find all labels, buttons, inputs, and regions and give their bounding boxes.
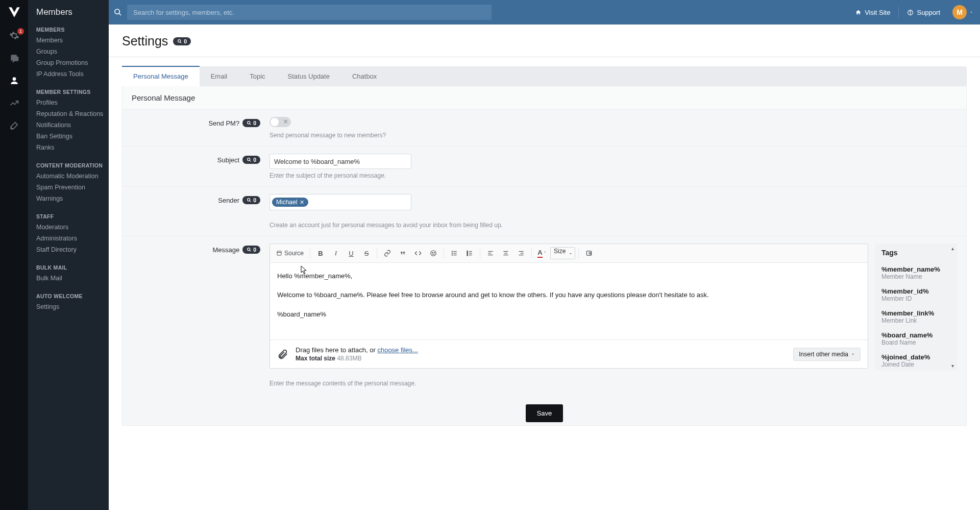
editor-ul-button[interactable] <box>447 247 461 260</box>
tag-label: Member Link <box>881 317 951 324</box>
tag-label: Member ID <box>881 295 951 302</box>
page-title: Settings <box>122 34 168 48</box>
sidebar-item[interactable]: Group Promotions <box>36 57 109 68</box>
subject-input[interactable] <box>270 154 411 169</box>
editor-strike-button[interactable]: S <box>359 247 374 260</box>
tag-code: %board_name% <box>881 331 951 339</box>
panel-section-title: Personal Message <box>122 86 966 110</box>
sidebar-item[interactable]: Automatic Moderation <box>36 171 109 182</box>
choose-files-link[interactable]: choose files... <box>377 346 418 354</box>
tag-entry[interactable]: %member_name%Member Name <box>875 262 957 284</box>
sidebar-section-heading: CONTENT MODERATION <box>36 162 109 168</box>
scroll-up-icon[interactable]: ▴ <box>949 245 956 252</box>
tab[interactable]: Email <box>200 66 239 86</box>
visit-site-link[interactable]: Visit Site <box>848 5 897 20</box>
sidebar-item[interactable]: Groups <box>36 46 109 57</box>
field-badge[interactable]: 0 <box>242 156 260 164</box>
sidebar-item[interactable]: Ban Settings <box>36 131 109 142</box>
tab[interactable]: Topic <box>238 66 276 86</box>
editor-align-center-button[interactable] <box>499 247 513 260</box>
user-menu-caret[interactable] <box>969 10 974 15</box>
sidebar-item[interactable]: Reputation & Reactions <box>36 108 109 119</box>
sender-input[interactable]: Michael ✕ <box>270 194 411 210</box>
sidebar-item[interactable]: Administrators <box>36 233 109 244</box>
svg-line-5 <box>180 41 182 43</box>
tab[interactable]: Chatbox <box>341 66 388 86</box>
message-label: Message <box>212 246 239 254</box>
editor-link-button[interactable] <box>380 247 395 260</box>
user-avatar[interactable]: M <box>952 5 967 19</box>
nav-settings-icon[interactable]: 1 <box>0 25 28 47</box>
sidebar-item[interactable]: IP Address Tools <box>36 68 109 80</box>
svg-rect-14 <box>277 251 281 255</box>
sidebar-item[interactable]: Ranks <box>36 142 109 153</box>
send-pm-toggle[interactable]: ✕ <box>270 117 291 127</box>
sidebar-item[interactable]: Warnings <box>36 193 109 204</box>
sidebar-item[interactable]: Bulk Mail <box>36 273 109 284</box>
editor-size-select[interactable]: Size <box>550 247 575 259</box>
editor-body[interactable]: Hello %member_name%,Welcome to %board_na… <box>270 263 868 339</box>
svg-line-1 <box>119 13 121 15</box>
editor-italic-button[interactable]: I <box>329 247 343 260</box>
sidebar: Members MEMBERSMembersGroupsGroup Promot… <box>28 0 109 510</box>
sidebar-item[interactable]: Notifications <box>36 119 109 131</box>
save-button[interactable]: Save <box>526 404 564 422</box>
field-badge[interactable]: 0 <box>242 196 260 204</box>
sidebar-item[interactable]: Settings <box>36 301 109 312</box>
sidebar-item[interactable]: Members <box>36 35 109 46</box>
svg-line-11 <box>250 201 251 202</box>
settings-panel: Personal Message Send PM? 0 <box>122 86 967 426</box>
editor-ol-button[interactable]: 123 <box>462 247 477 260</box>
svg-line-41 <box>591 254 591 254</box>
chip-remove-icon[interactable]: ✕ <box>300 199 304 206</box>
support-label: Support <box>917 9 940 16</box>
form-row-sender: Sender 0 Michael ✕ <box>122 187 966 236</box>
svg-point-3 <box>910 13 911 14</box>
tag-entry[interactable]: %member_link%Member Link <box>875 306 957 328</box>
search-input[interactable] <box>127 5 492 20</box>
visit-site-label: Visit Site <box>865 9 890 16</box>
nav-stats-icon[interactable] <box>0 92 28 114</box>
editor-preview-button[interactable] <box>582 247 596 260</box>
main-content: Visit Site Support M Settings 0 Pers <box>109 0 980 510</box>
form-row-send-pm: Send PM? 0 ✕ Send personal message to ne… <box>122 110 966 147</box>
editor-align-left-button[interactable] <box>483 247 498 260</box>
editor-color-button[interactable]: A <box>535 247 549 260</box>
sidebar-item[interactable]: Staff Directory <box>36 244 109 255</box>
field-badge[interactable]: 0 <box>242 246 260 254</box>
tag-label: Joined Date <box>881 361 951 368</box>
editor-code-button[interactable] <box>411 247 425 260</box>
sidebar-section-heading: MEMBER SETTINGS <box>36 89 109 95</box>
tab[interactable]: Status Update <box>277 66 341 86</box>
tags-list[interactable]: %member_name%Member Name%member_id%Membe… <box>875 262 957 370</box>
tag-code: %member_name% <box>881 265 951 273</box>
sidebar-item[interactable]: Spam Prevention <box>36 182 109 193</box>
insert-other-media-button[interactable]: Insert other media <box>793 348 861 361</box>
search-icon[interactable] <box>109 0 127 25</box>
field-badge[interactable]: 0 <box>242 119 260 127</box>
page-title-row: Settings 0 <box>109 25 980 57</box>
sidebar-item[interactable]: Moderators <box>36 222 109 233</box>
tag-entry[interactable]: %member_id%Member ID <box>875 284 957 306</box>
editor-attach: Drag files here to attach, or choose fil… <box>270 339 868 368</box>
editor-underline-button[interactable]: U <box>344 247 358 260</box>
tag-entry[interactable]: %joined_date%Joined Date <box>875 350 957 370</box>
app-logo[interactable] <box>0 0 28 25</box>
nav-customize-icon[interactable] <box>0 114 28 137</box>
editor-quote-button[interactable] <box>396 247 410 260</box>
nav-members-icon[interactable] <box>0 69 28 92</box>
scroll-down-icon[interactable]: ▾ <box>949 362 956 369</box>
nav-messages-icon[interactable] <box>0 47 28 69</box>
tags-title: Tags <box>875 244 957 262</box>
editor-bold-button[interactable]: B <box>313 247 328 260</box>
tag-label: Board Name <box>881 339 951 346</box>
editor-source-button[interactable]: Source <box>273 247 307 260</box>
module-title: Members <box>28 0 109 25</box>
editor-emoji-button[interactable] <box>426 247 440 260</box>
support-link[interactable]: Support <box>900 5 947 20</box>
sidebar-item[interactable]: Profiles <box>36 97 109 108</box>
editor-align-right-button[interactable] <box>514 247 528 260</box>
tab[interactable]: Personal Message <box>122 66 200 86</box>
tag-entry[interactable]: %board_name%Board Name <box>875 328 957 350</box>
page-title-badge[interactable]: 0 <box>173 37 191 45</box>
